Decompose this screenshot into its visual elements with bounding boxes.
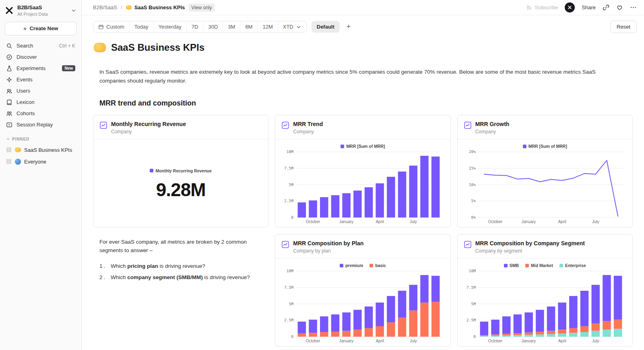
create-new-button[interactable]: + Create New [5,22,76,35]
handshake-emoji [94,43,106,52]
pinned-item-label: Everyone [24,159,46,165]
card-mrr-composition-by-plan[interactable]: MRR Composition by Plan Company by plan … [275,234,450,347]
svg-text:January: January [521,339,536,343]
pinned-label: PINNED [12,137,29,141]
chevron-down-icon [6,137,10,141]
reset-button[interactable]: Reset [610,21,637,33]
pinned-item-label: SaaS Business KPIs [24,147,72,153]
svg-text:July: July [410,339,417,343]
range-6m[interactable]: 6M [240,21,258,32]
question-item: 1 . Which pricing plan is driving revenu… [99,262,262,270]
range-custom[interactable]: Custom [93,21,130,32]
sidebar-item-experiments[interactable]: Experiments New [0,63,81,74]
range-label: XTD [283,24,293,30]
question-item: 2 . Which company segment (SMB/MM) is dr… [99,273,262,282]
card-mrr-composition-by-segment[interactable]: MRR Composition by Company Segment Compa… [457,234,633,347]
cohorts-icon [6,110,12,117]
legend-item[interactable]: Enterprise [559,263,586,268]
card-subtitle: Company by segment [475,248,585,254]
user-avatar[interactable] [565,2,575,12]
subscribe-label: Subscribe [535,4,558,10]
handshake-emoji [15,147,21,152]
sidebar-item-session-replay[interactable]: Session Replay [0,119,81,130]
pinned-section-toggle[interactable]: PINNED [0,130,81,144]
svg-text:5M: 5M [471,302,476,306]
breadcrumb-project-link[interactable]: B2B/SaaS [93,4,117,10]
tab-default[interactable]: Default [312,21,340,33]
legend-label: MRR [Sum of MRR] [528,144,567,149]
svg-text:April: April [558,220,566,224]
svg-text:7.5M: 7.5M [284,166,293,170]
range-xtd[interactable]: XTD [278,21,306,32]
create-new-label: Create New [29,25,58,31]
sidebar-item-label: Search [17,43,33,49]
sidebar-item-label: Cohorts [17,110,35,116]
mrr-by-segment-stacked-chart[interactable]: 02.5M5M7.5M10MOctoberJanuaryAprilJuly [462,269,627,344]
svg-text:January: January [339,220,354,224]
legend-item[interactable]: basic [369,263,386,268]
chart-legend: MRR [Sum of MRR] [462,142,627,149]
board-grid-icon [6,147,12,153]
range-7d[interactable]: 7D [187,21,204,32]
range-today[interactable]: Today [130,21,154,32]
share-button[interactable]: Share [582,4,596,10]
legend-label: Monthly Recurring Revenue [155,168,211,173]
legend-item[interactable]: MRR [Sum of MRR] [341,144,385,149]
breadcrumb-board-name: SaaS Business KPIs [134,4,185,10]
legend-item[interactable]: premium [340,263,363,268]
legend-item[interactable]: SMB [504,263,519,268]
svg-text:October: October [306,220,320,224]
legend-item[interactable]: Mid Market [525,263,553,268]
mrr-growth-line-chart[interactable]: 0%5%10%15%20%OctoberJanuaryAprilJuly [462,149,627,225]
sidebar-item-events[interactable]: Events [0,74,81,85]
legend-swatch [559,264,563,267]
mrr-trend-bar-chart[interactable]: 02.5M5M7.5M10MOctoberJanuaryAprilJuly [280,149,445,225]
svg-text:5M: 5M [289,302,294,306]
users-icon [6,88,12,94]
range-label: 7D [192,24,198,30]
card-monthly-recurring-revenue[interactable]: Monthly Recurring Revenue Company Monthl… [93,115,268,228]
legend-swatch [504,264,508,267]
svg-text:October: October [488,339,502,343]
legend-label: SMB [510,263,519,268]
sidebar-item-lexicon[interactable]: Lexicon [0,97,81,108]
date-range-group: Custom Today Yesterday 7D 30D 3M 6M 12M … [93,21,307,33]
sidebar-item-users[interactable]: Users [0,85,81,97]
board-content: SaaS Business KPIs In SaaS companies, re… [82,37,644,350]
insight-chart-icon [100,122,107,129]
globe-emoji [15,159,21,165]
sparkle-icon [6,77,12,83]
flask-icon [6,65,12,72]
sidebar-item-discover[interactable]: Discover [0,52,81,63]
range-3m[interactable]: 3M [223,21,240,32]
svg-text:10M: 10M [287,149,293,154]
card-title: MRR Composition by Company Segment [475,240,585,246]
insight-chart-icon [282,122,289,129]
range-12m[interactable]: 12M [258,21,278,32]
more-options-icon[interactable] [630,4,637,11]
card-title: MRR Growth [475,121,510,127]
favorite-heart-icon[interactable] [616,4,623,11]
view-only-badge: View only [188,4,215,12]
insight-chart-icon [282,241,289,248]
copy-link-icon[interactable] [603,4,609,11]
svg-text:10M: 10M [287,269,293,273]
chart-legend: Monthly Recurring Revenue [150,166,211,174]
sidebar-item-search[interactable]: Search Ctrl + K [0,40,81,52]
pinned-item-everyone[interactable]: Everyone [0,156,81,168]
range-30d[interactable]: 30D [203,21,223,32]
pinned-item-saas-kpis[interactable]: SaaS Business KPIs [0,144,81,156]
sidebar-item-cohorts[interactable]: Cohorts [0,108,81,119]
card-mrr-trend[interactable]: MRR Trend Company MRR [Sum of MRR] 02.5M… [275,115,450,228]
card-mrr-growth[interactable]: MRR Growth Company MRR [Sum of MRR] 0%5%… [457,115,633,228]
card-subtitle: Company [111,129,186,135]
mrr-by-plan-stacked-chart[interactable]: 02.5M5M7.5M10MOctoberJanuaryAprilJuly [280,269,445,344]
legend-item[interactable]: MRR [Sum of MRR] [523,144,567,149]
add-tab-button[interactable]: + [345,23,353,31]
rss-icon [526,4,532,10]
legend-item[interactable]: Monthly Recurring Revenue [150,168,211,173]
subscribe-button[interactable]: Subscribe [526,4,558,10]
range-yesterday[interactable]: Yesterday [154,21,187,32]
project-switcher[interactable]: B2B/SaaS All Project Data [0,0,81,20]
legend-swatch [341,145,344,148]
